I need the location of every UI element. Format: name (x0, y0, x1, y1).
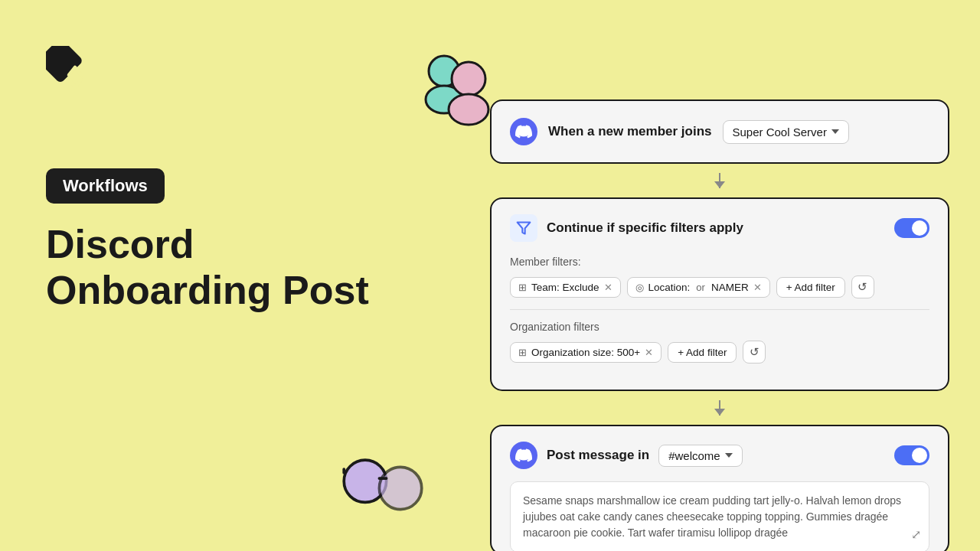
filter-title: Continue if specific filters apply (547, 220, 743, 236)
logo-container (46, 46, 107, 110)
server-name: Super Cool Server (733, 126, 827, 139)
filter-divider (510, 309, 929, 310)
left-content: Workflows Discord Onboarding Post (46, 168, 369, 314)
svg-point-3 (452, 62, 485, 96)
server-dropdown[interactable]: Super Cool Server (723, 120, 849, 144)
org-reset-button[interactable]: ↺ (743, 341, 766, 364)
location-tag-close[interactable]: ✕ (753, 282, 762, 292)
title-line2: Onboarding Post (46, 268, 369, 312)
message-box: Sesame snaps marshmallow ice cream puddi… (510, 481, 929, 551)
arrow-shape (714, 181, 725, 188)
post-discord-icon (510, 442, 537, 469)
svg-rect-0 (46, 46, 83, 84)
location-tag-label: Location: (648, 282, 691, 293)
workflows-badge: Workflows (46, 168, 165, 204)
trigger-label: When a new member joins (548, 124, 712, 139)
team-tag-icon: ⊞ (518, 282, 527, 293)
member-filters-label: Member filters: (510, 256, 929, 268)
member-add-filter-label: + Add filter (786, 282, 835, 293)
team-filter-tag: ⊞ Team: Exclude ✕ (510, 277, 621, 298)
org-filter-tags-row: ⊞ Organization size: 500+ ✕ + Add filter… (510, 341, 929, 364)
org-size-icon: ⊞ (518, 347, 527, 358)
svg-marker-9 (518, 223, 531, 234)
org-size-label: Organization size: 500+ (531, 347, 640, 358)
filter-header-left: Continue if specific filters apply (510, 214, 743, 242)
channel-name: #welcome (668, 449, 720, 462)
discord-icon (510, 118, 537, 145)
cards-area: When a new member joins Super Cool Serve… (490, 99, 949, 551)
org-filters-label: Organization filters (510, 321, 929, 333)
filter-card-header: Continue if specific filters apply (510, 214, 929, 242)
svg-point-4 (449, 94, 488, 125)
filter-toggle[interactable] (894, 218, 929, 238)
trigger-card: When a new member joins Super Cool Serve… (490, 99, 949, 164)
team-tag-close[interactable]: ✕ (604, 282, 612, 292)
filter-icon-box (510, 214, 537, 242)
title-line1: Discord (46, 222, 194, 266)
post-header-left: Post message in #welcome (510, 442, 743, 469)
arrow-shape-2 (714, 409, 725, 416)
org-size-filter-tag: ⊞ Organization size: 500+ ✕ (510, 342, 662, 363)
connector-arrow-2 (490, 400, 949, 416)
channel-dropdown[interactable]: #welcome (658, 445, 743, 467)
location-tag-or: or (694, 282, 707, 293)
server-dropdown-chevron (831, 129, 839, 134)
location-tag-value: NAMER (711, 282, 749, 293)
org-size-tag-close[interactable]: ✕ (645, 347, 653, 357)
member-filter-tags-row: ⊞ Team: Exclude ✕ ◎ Location: or NAMER ✕… (510, 276, 929, 298)
message-expand-icon[interactable]: ⤢ (911, 526, 921, 544)
member-reset-button[interactable]: ↺ (851, 276, 874, 298)
svg-point-6 (379, 467, 421, 509)
location-tag-icon: ◎ (635, 282, 644, 293)
org-add-filter-label: + Add filter (678, 347, 727, 358)
post-card-header: Post message in #welcome (510, 442, 929, 469)
post-toggle[interactable] (894, 445, 929, 465)
location-filter-tag: ◎ Location: or NAMER ✕ (627, 277, 770, 298)
org-add-filter-button[interactable]: + Add filter (668, 342, 737, 363)
deco-glasses (337, 452, 429, 520)
connector-arrow (490, 173, 949, 188)
main-title: Discord Onboarding Post (46, 222, 369, 314)
filter-icon (516, 220, 531, 236)
team-tag-label: Team: Exclude (531, 282, 599, 293)
post-title: Post message in (547, 448, 649, 463)
filter-card: Continue if specific filters apply Membe… (490, 197, 949, 391)
member-add-filter-button[interactable]: + Add filter (776, 277, 845, 298)
logo-icon (46, 46, 107, 107)
post-message-card: Post message in #welcome Sesame snaps ma… (490, 425, 949, 551)
message-text: Sesame snaps marshmallow ice cream puddi… (523, 494, 901, 539)
channel-dropdown-chevron (725, 453, 733, 458)
